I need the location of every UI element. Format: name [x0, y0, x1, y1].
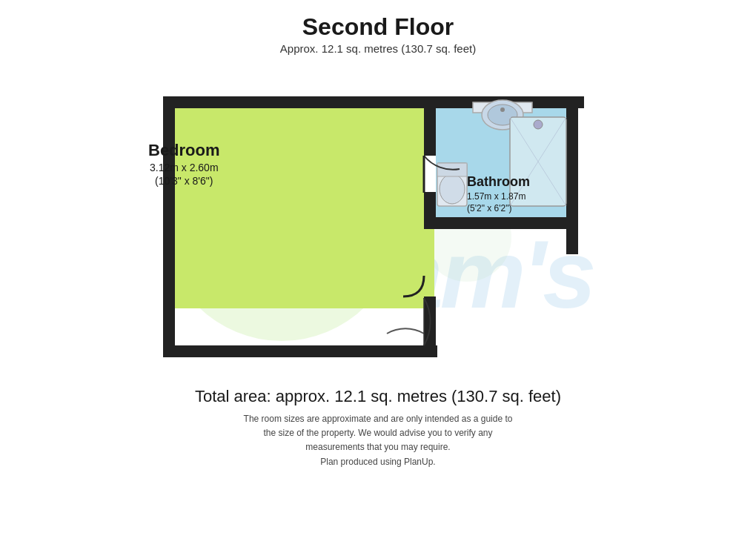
page-wrapper: Tristram's Second Floor Approx. 12.1 sq.…: [0, 0, 756, 550]
bedroom-label: Bedroom 3.12m x 2.60m (10'3" x 8'6"): [148, 141, 220, 187]
svg-rect-9: [424, 217, 578, 229]
svg-rect-8: [566, 96, 578, 254]
svg-point-20: [440, 174, 465, 204]
page-title: Second Floor: [280, 13, 476, 41]
floorplan-svg: [104, 59, 652, 378]
bathroom-dim1: 1.57m x 1.87m: [467, 191, 530, 202]
bedroom-dim1: 3.12m x 2.60m: [148, 162, 220, 173]
disclaimer: The room sizes are approximate and are o…: [195, 412, 561, 469]
header-subtitle: Approx. 12.1 sq. metres (130.7 sq. feet): [280, 42, 476, 55]
bathroom-name: Bathroom: [467, 174, 530, 190]
svg-point-18: [534, 120, 543, 129]
svg-rect-2: [169, 102, 434, 308]
svg-point-14: [500, 107, 505, 112]
total-area: Total area: approx. 12.1 sq. metres (130…: [195, 387, 561, 406]
disclaimer-line3: measurements that you may require.: [305, 442, 450, 452]
bedroom-dim2: (10'3" x 8'6"): [148, 175, 220, 187]
bedroom-name: Bedroom: [148, 141, 220, 160]
svg-rect-5: [163, 96, 175, 357]
disclaimer-line4: Plan produced using PlanUp.: [320, 457, 435, 467]
header: Second Floor Approx. 12.1 sq. metres (13…: [280, 0, 476, 55]
svg-rect-6: [163, 345, 437, 357]
floorplan-area: Bedroom 3.12m x 2.60m (10'3" x 8'6") Bat…: [104, 59, 652, 378]
bathroom-dim2: (5'2" x 6'2"): [467, 203, 530, 213]
disclaimer-line2: the size of the property. We would advis…: [263, 428, 492, 438]
footer: Total area: approx. 12.1 sq. metres (130…: [195, 387, 561, 469]
disclaimer-line1: The room sizes are approximate and are o…: [244, 414, 513, 424]
bathroom-label: Bathroom 1.57m x 1.87m (5'2" x 6'2"): [467, 174, 530, 213]
